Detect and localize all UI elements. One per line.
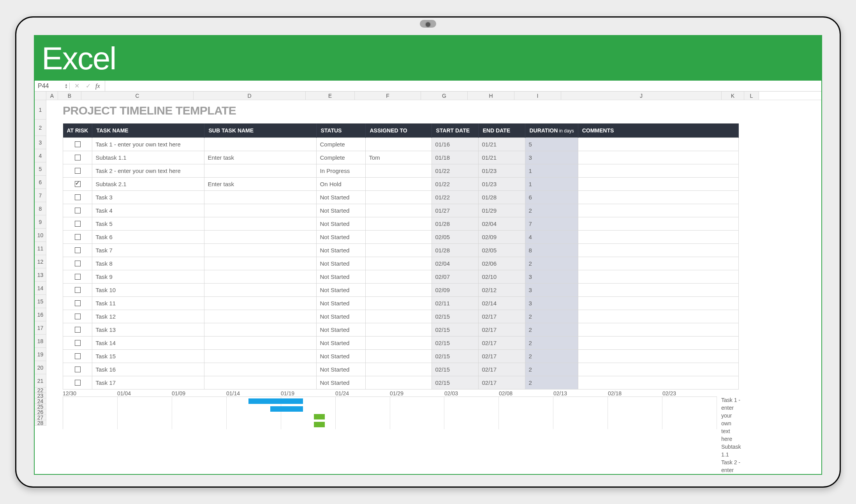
cell-duration[interactable]: 3	[525, 270, 578, 284]
cell-start[interactable]: 02/15	[432, 363, 479, 376]
row-header-2[interactable]: 2	[35, 120, 46, 136]
cell-task[interactable]: Task 14	[92, 337, 204, 350]
cell-assigned[interactable]	[366, 350, 432, 363]
cell-duration[interactable]: 5	[525, 138, 578, 151]
cell-comments[interactable]	[578, 191, 738, 204]
risk-checkbox[interactable]	[75, 221, 81, 227]
cell-task[interactable]: Subtask 2.1	[92, 178, 204, 191]
risk-checkbox[interactable]	[75, 181, 81, 187]
cell-assigned[interactable]	[366, 178, 432, 191]
cell-subtask[interactable]: Enter task	[204, 178, 317, 191]
cell-end[interactable]: 02/14	[479, 297, 525, 310]
cell-comments[interactable]	[578, 363, 738, 376]
cell-subtask[interactable]	[204, 191, 317, 204]
cell-end[interactable]: 02/04	[479, 217, 525, 231]
column-header-K[interactable]: K	[722, 92, 744, 100]
cell-status[interactable]: Not Started	[317, 204, 366, 217]
cell-comments[interactable]	[578, 257, 738, 270]
cell-comments[interactable]	[578, 350, 738, 363]
row-header-7[interactable]: 7	[35, 189, 46, 202]
cell-status[interactable]: In Progress	[317, 164, 366, 178]
cell-risk[interactable]	[63, 270, 92, 284]
table-row[interactable]: Task 16Not Started02/1502/172	[63, 363, 739, 376]
cell-assigned[interactable]	[366, 244, 432, 257]
cell-risk[interactable]	[63, 376, 92, 389]
cell-subtask[interactable]	[204, 270, 317, 284]
column-header-D[interactable]: D	[194, 92, 306, 100]
table-row[interactable]: Task 10Not Started02/0902/123	[63, 284, 739, 297]
risk-checkbox[interactable]	[75, 234, 81, 240]
cell-assigned[interactable]	[366, 284, 432, 297]
row-header-20[interactable]: 20	[35, 361, 46, 374]
cell-duration[interactable]: 2	[525, 310, 578, 323]
cell-risk[interactable]	[63, 310, 92, 323]
risk-checkbox[interactable]	[75, 155, 81, 160]
cell-status[interactable]: Not Started	[317, 244, 366, 257]
cell-duration[interactable]: 2	[525, 204, 578, 217]
cell-task[interactable]: Task 7	[92, 244, 204, 257]
risk-checkbox[interactable]	[75, 287, 81, 293]
table-row[interactable]: Task 3Not Started01/2201/286	[63, 191, 739, 204]
cell-subtask[interactable]	[204, 257, 317, 270]
table-row[interactable]: Task 11Not Started02/1102/143	[63, 297, 739, 310]
cell-task[interactable]: Task 4	[92, 204, 204, 217]
cell-comments[interactable]	[578, 151, 738, 164]
cell-comments[interactable]	[578, 138, 738, 151]
cell-subtask[interactable]	[204, 138, 317, 151]
cell-comments[interactable]	[578, 284, 738, 297]
cell-start[interactable]: 02/09	[432, 284, 479, 297]
cell-end[interactable]: 02/06	[479, 257, 525, 270]
cell-assigned[interactable]	[366, 191, 432, 204]
cell-subtask[interactable]	[204, 376, 317, 389]
name-box[interactable]: P44 ▲▼	[35, 83, 70, 90]
cell-status[interactable]: Not Started	[317, 376, 366, 389]
risk-checkbox[interactable]	[75, 194, 81, 200]
row-header-28[interactable]: 28	[35, 420, 46, 426]
cell-start[interactable]: 02/07	[432, 270, 479, 284]
table-row[interactable]: Task 7Not Started01/2802/058	[63, 244, 739, 257]
row-header-19[interactable]: 19	[35, 348, 46, 361]
cell-comments[interactable]	[578, 231, 738, 244]
row-header-21[interactable]: 21	[35, 374, 46, 388]
row-header-12[interactable]: 12	[35, 255, 46, 268]
cell-risk[interactable]	[63, 164, 92, 178]
cell-comments[interactable]	[578, 376, 738, 389]
risk-checkbox[interactable]	[75, 380, 81, 386]
cell-task[interactable]: Task 3	[92, 191, 204, 204]
table-row[interactable]: Task 8Not Started02/0402/062	[63, 257, 739, 270]
cell-end[interactable]: 02/17	[479, 363, 525, 376]
cell-end[interactable]: 01/23	[479, 164, 525, 178]
row-header-3[interactable]: 3	[35, 136, 46, 149]
fx-icon[interactable]: fx	[95, 83, 100, 90]
row-header-17[interactable]: 17	[35, 321, 46, 335]
cell-risk[interactable]	[63, 337, 92, 350]
cell-assigned[interactable]	[366, 164, 432, 178]
cell-status[interactable]: Not Started	[317, 270, 366, 284]
cell-start[interactable]: 02/15	[432, 337, 479, 350]
cell-start[interactable]: 01/16	[432, 138, 479, 151]
cell-risk[interactable]	[63, 284, 92, 297]
cell-subtask[interactable]	[204, 363, 317, 376]
cell-subtask[interactable]	[204, 231, 317, 244]
cell-end[interactable]: 01/28	[479, 191, 525, 204]
cell-risk[interactable]	[63, 191, 92, 204]
cell-status[interactable]: Not Started	[317, 231, 366, 244]
cell-comments[interactable]	[578, 164, 738, 178]
cell-risk[interactable]	[63, 217, 92, 231]
cell-assigned[interactable]	[366, 231, 432, 244]
cell-status[interactable]: Complete	[317, 151, 366, 164]
cell-assigned[interactable]: Tom	[366, 151, 432, 164]
cell-assigned[interactable]	[366, 323, 432, 337]
cell-assigned[interactable]	[366, 138, 432, 151]
cell-start[interactable]: 02/15	[432, 376, 479, 389]
cell-duration[interactable]: 1	[525, 178, 578, 191]
table-row[interactable]: Subtask 2.1Enter taskOn Hold01/2201/231	[63, 178, 739, 191]
cell-end[interactable]: 02/17	[479, 323, 525, 337]
cell-comments[interactable]	[578, 310, 738, 323]
cell-risk[interactable]	[63, 257, 92, 270]
accept-icon[interactable]: ✓	[84, 82, 92, 90]
risk-checkbox[interactable]	[75, 300, 81, 306]
cell-comments[interactable]	[578, 337, 738, 350]
row-header-13[interactable]: 13	[35, 268, 46, 282]
cell-duration[interactable]: 6	[525, 191, 578, 204]
